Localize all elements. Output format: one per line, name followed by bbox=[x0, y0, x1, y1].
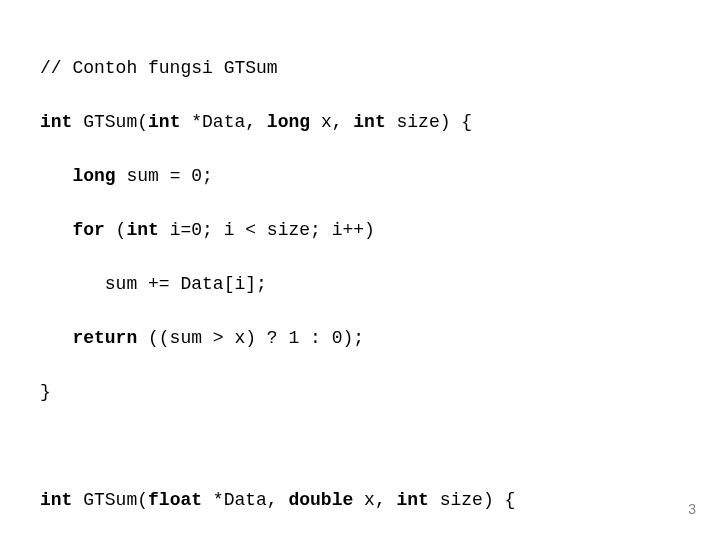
code-text: ( bbox=[105, 220, 127, 240]
keyword: long bbox=[72, 166, 115, 186]
indent bbox=[40, 274, 105, 294]
code-text: *Data, bbox=[180, 112, 266, 132]
keyword: return bbox=[72, 328, 137, 348]
indent bbox=[40, 328, 72, 348]
keyword: long bbox=[267, 112, 310, 132]
keyword: int bbox=[126, 220, 158, 240]
indent bbox=[40, 220, 72, 240]
page-number: 3 bbox=[688, 499, 696, 520]
code-text: GTSum( bbox=[72, 490, 148, 510]
code-line: int GTSum(int *Data, long x, int size) { bbox=[40, 109, 680, 136]
code-text: ((sum > x) ? 1 : 0); bbox=[137, 328, 364, 348]
code-line: // Contoh fungsi GTSum bbox=[40, 55, 680, 82]
code-line: sum += Data[i]; bbox=[40, 271, 680, 298]
keyword: int bbox=[40, 490, 72, 510]
keyword: for bbox=[72, 220, 104, 240]
code-text: GTSum( bbox=[72, 112, 148, 132]
code-text: sum = 0; bbox=[116, 166, 213, 186]
code-text: x, bbox=[310, 112, 353, 132]
code-text: sum += Data[i]; bbox=[105, 274, 267, 294]
code-text: x, bbox=[353, 490, 396, 510]
code-line: int GTSum(float *Data, double x, int siz… bbox=[40, 487, 680, 514]
code-text: *Data, bbox=[202, 490, 288, 510]
code-line: long sum = 0; bbox=[40, 163, 680, 190]
code-text: size) { bbox=[386, 112, 472, 132]
keyword: float bbox=[148, 490, 202, 510]
code-text: i=0; i < size; i++) bbox=[159, 220, 375, 240]
keyword: int bbox=[353, 112, 385, 132]
keyword: int bbox=[397, 490, 429, 510]
code-text: size) { bbox=[429, 490, 515, 510]
code-line: return ((sum > x) ? 1 : 0); bbox=[40, 325, 680, 352]
keyword: int bbox=[40, 112, 72, 132]
keyword: int bbox=[148, 112, 180, 132]
code-line: } bbox=[40, 379, 680, 406]
code-block: // Contoh fungsi GTSum int GTSum(int *Da… bbox=[0, 0, 720, 540]
keyword: double bbox=[288, 490, 353, 510]
indent bbox=[40, 166, 72, 186]
blank-line bbox=[40, 433, 680, 460]
code-line: for (int i=0; i < size; i++) bbox=[40, 217, 680, 244]
